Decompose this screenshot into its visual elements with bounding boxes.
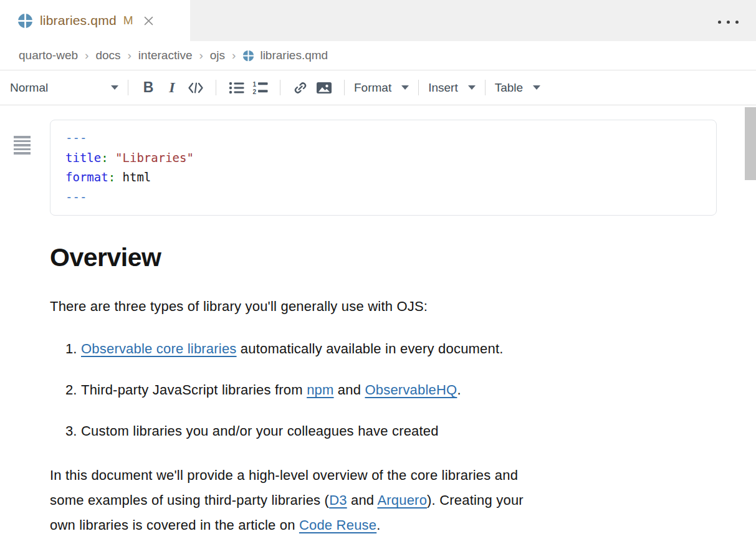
link-arquero[interactable]: Arquero xyxy=(377,492,427,508)
bullet-list-icon xyxy=(229,81,244,95)
format-menu-label: Format xyxy=(354,81,391,95)
text-run: . xyxy=(457,382,461,398)
image-button[interactable] xyxy=(312,76,336,100)
image-icon xyxy=(316,81,332,95)
scrollbar-thumb[interactable] xyxy=(745,107,756,180)
link-d3[interactable]: D3 xyxy=(329,492,347,508)
breadcrumb-item-ojs[interactable]: ojs xyxy=(210,49,225,62)
tab-libraries-qmd[interactable]: libraries.qmd M xyxy=(0,0,190,41)
numbered-list-button[interactable]: 1 2 xyxy=(248,76,272,100)
paragraph-style-value: Normal xyxy=(10,81,48,95)
code-button[interactable] xyxy=(184,76,208,100)
yaml-token-delim: --- xyxy=(65,190,87,204)
breadcrumb-item-file[interactable]: libraries.qmd xyxy=(242,49,328,62)
italic-button[interactable]: I xyxy=(160,76,184,100)
format-menu[interactable]: Format xyxy=(353,79,410,97)
code-line: format: html xyxy=(65,168,701,188)
library-types-list: Observable core libraries automatically … xyxy=(50,340,706,441)
outro-paragraph: In this document we'll provide a high-le… xyxy=(50,463,706,538)
chevron-right-icon: › xyxy=(232,49,236,62)
code-icon xyxy=(188,81,204,95)
toolbar-separator xyxy=(280,80,280,95)
list-item: Observable core libraries automatically … xyxy=(81,340,706,358)
tab-title: libraries.qmd xyxy=(40,13,117,28)
quarto-file-icon xyxy=(17,13,33,29)
table-menu-label: Table xyxy=(495,81,523,95)
text-run: Custom libraries you and/or your colleag… xyxy=(81,423,439,439)
toolbar-separator xyxy=(418,80,419,95)
block-drag-handle-icon[interactable] xyxy=(14,136,31,156)
table-menu[interactable]: Table xyxy=(494,79,542,97)
bullet-list-button[interactable] xyxy=(224,76,248,100)
yaml-token-val: html xyxy=(115,170,151,184)
ellipsis-dot xyxy=(735,21,739,24)
link-button[interactable] xyxy=(289,76,312,100)
link-observable-core-libraries[interactable]: Observable core libraries xyxy=(81,341,237,356)
numbered-list-icon: 1 2 xyxy=(252,81,268,95)
quarto-file-icon xyxy=(242,50,254,62)
insert-menu[interactable]: Insert xyxy=(427,79,477,97)
modified-badge: M xyxy=(123,14,133,27)
ellipsis-dot xyxy=(718,21,721,24)
toolbar-separator xyxy=(344,80,345,95)
link-observablehq[interactable]: ObservableHQ xyxy=(365,382,457,398)
chevron-down-icon xyxy=(533,85,540,90)
text-run: . xyxy=(376,517,380,533)
paragraph-line: In this document we'll provide a high-le… xyxy=(50,463,706,488)
toolbar-separator xyxy=(128,80,128,95)
chevron-right-icon: › xyxy=(199,49,203,62)
breadcrumb-item-interactive[interactable]: interactive xyxy=(138,49,193,62)
toolbar-separator xyxy=(485,80,486,95)
breadcrumb-item-quarto-web[interactable]: quarto-web xyxy=(19,49,78,62)
chevron-right-icon: › xyxy=(128,49,132,62)
breadcrumb-item-docs[interactable]: docs xyxy=(95,49,120,62)
yaml-token-delim: --- xyxy=(65,131,87,145)
text-run: In this document we'll provide a high-le… xyxy=(50,467,518,483)
breadcrumb-file-label: libraries.qmd xyxy=(260,49,328,62)
yaml-token-colon: : xyxy=(108,170,115,184)
text-run: and xyxy=(334,382,365,398)
formatting-toolbar: Normal B I 1 2 xyxy=(0,70,756,105)
chevron-right-icon: › xyxy=(85,49,89,62)
text-run: some examples of using third-party libra… xyxy=(50,492,329,508)
more-actions-icon[interactable] xyxy=(717,18,740,26)
text-run: Third-party JavaScript libraries from xyxy=(81,382,307,398)
yaml-front-matter-block[interactable]: ---title: "Libraries"format: html--- xyxy=(50,120,717,216)
yaml-token-str: "Libraries" xyxy=(115,151,194,165)
chevron-down-icon xyxy=(111,85,118,90)
list-item: Custom libraries you and/or your colleag… xyxy=(81,422,706,441)
document-editor[interactable]: ---title: "Libraries"format: html--- Ove… xyxy=(0,120,756,554)
paragraph-line: some examples of using third-party libra… xyxy=(50,488,706,513)
code-line: --- xyxy=(65,188,701,208)
link-icon xyxy=(293,80,308,95)
close-tab-icon[interactable] xyxy=(143,15,155,27)
breadcrumb: quarto-web › docs › interactive › ojs › … xyxy=(0,41,756,70)
ellipsis-dot xyxy=(727,21,730,24)
yaml-token-val xyxy=(108,151,115,165)
tab-bar: libraries.qmd M xyxy=(0,0,756,41)
chevron-down-icon xyxy=(468,85,476,90)
link-code-reuse[interactable]: Code Reuse xyxy=(299,517,376,533)
heading-overview: Overview xyxy=(50,243,706,272)
svg-text:2: 2 xyxy=(252,88,256,95)
yaml-token-colon: : xyxy=(101,151,108,165)
paragraph-line: own libraries is covered in the article … xyxy=(50,513,706,538)
yaml-token-key: title xyxy=(65,151,101,165)
code-line: title: "Libraries" xyxy=(65,148,701,168)
toolbar-separator xyxy=(216,80,216,95)
list-item: Third-party JavaScript libraries from np… xyxy=(81,381,706,399)
insert-menu-label: Insert xyxy=(428,81,458,95)
chevron-down-icon xyxy=(401,85,409,90)
text-run: own libraries is covered in the article … xyxy=(50,517,299,533)
svg-text:1: 1 xyxy=(252,81,256,88)
intro-paragraph: There are three types of library you'll … xyxy=(50,297,706,316)
text-run: automatically available in every documen… xyxy=(237,341,504,356)
yaml-token-key: format xyxy=(65,170,108,184)
link-npm[interactable]: npm xyxy=(307,382,333,398)
text-run: and xyxy=(347,492,378,508)
text-run: ). Creating your xyxy=(427,492,524,508)
code-line: --- xyxy=(65,128,701,148)
bold-button[interactable]: B xyxy=(136,76,160,100)
paragraph-style-select[interactable]: Normal xyxy=(9,79,120,97)
